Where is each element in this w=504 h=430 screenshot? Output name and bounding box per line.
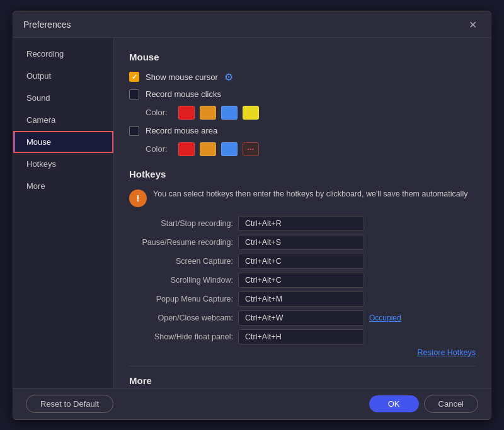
cancel-button[interactable]: Cancel	[424, 395, 478, 413]
occupied-label-5[interactable]: Occupied	[369, 314, 401, 322]
hotkey-label-2: Screen Capture:	[129, 257, 233, 266]
show-cursor-label: Show mouse cursor	[146, 72, 218, 82]
reset-to-default-button[interactable]: Reset to Default	[26, 395, 113, 413]
hotkey-input-5[interactable]: Ctrl+Alt+W	[238, 310, 364, 325]
color-swatch-orange-2[interactable]	[200, 142, 216, 156]
hotkey-row-0: Start/Stop recording:Ctrl+Alt+R	[129, 216, 476, 231]
color-swatch-yellow-1[interactable]	[243, 106, 259, 120]
hotkey-input-2[interactable]: Ctrl+Alt+C	[238, 254, 364, 269]
show-cursor-row: Show mouse cursor ⚙	[129, 71, 476, 83]
ok-button[interactable]: OK	[369, 395, 419, 412]
hotkey-label-0: Start/Stop recording:	[129, 219, 233, 228]
more-section-title: More	[129, 375, 476, 386]
record-area-label: Record mouse area	[146, 126, 217, 135]
restore-hotkeys-link[interactable]: Restore Hotkeys	[129, 348, 476, 357]
hotkey-row-5: Open/Close webcam:Ctrl+Alt+WOccupied	[129, 310, 476, 325]
hotkey-label-3: Scrolling Window:	[129, 276, 233, 285]
dialog-footer: Reset to Default OK Cancel	[13, 388, 491, 419]
gear-icon[interactable]: ⚙	[224, 71, 233, 83]
color-row-1: Color:	[129, 106, 476, 120]
sidebar-item-more[interactable]: More	[13, 175, 113, 197]
hotkey-label-6: Show/Hide float panel:	[129, 332, 233, 341]
color-swatch-red-1[interactable]	[178, 106, 195, 120]
dialog-header: Preferences ✕	[13, 11, 491, 38]
record-area-checkbox[interactable]	[129, 126, 139, 136]
hotkey-input-0[interactable]: Ctrl+Alt+R	[238, 216, 364, 231]
sidebar-item-camera[interactable]: Camera	[13, 109, 113, 131]
hotkey-row-3: Scrolling Window:Ctrl+Alt+C	[129, 273, 476, 288]
record-clicks-label: Record mouse clicks	[146, 89, 221, 99]
hotkey-input-1[interactable]: Ctrl+Alt+S	[238, 235, 364, 250]
hotkey-row-4: Popup Menu Capture:Ctrl+Alt+M	[129, 291, 476, 307]
hotkey-row-1: Pause/Resume recording:Ctrl+Alt+S	[129, 235, 476, 250]
color-row-2: Color: ···	[129, 142, 476, 156]
hotkey-label-4: Popup Menu Capture:	[129, 295, 233, 303]
hotkeys-section-title: Hotkeys	[129, 169, 476, 179]
sidebar-item-output[interactable]: Output	[13, 65, 113, 87]
dialog-body: RecordingOutputSoundCameraMouseHotkeysMo…	[13, 38, 491, 388]
more-section: More	[129, 366, 476, 386]
sidebar-item-recording[interactable]: Recording	[13, 43, 113, 65]
sidebar-item-hotkeys[interactable]: Hotkeys	[13, 153, 113, 175]
hotkey-rows-container: Start/Stop recording:Ctrl+Alt+RPause/Res…	[129, 216, 476, 344]
hotkey-input-4[interactable]: Ctrl+Alt+M	[238, 291, 364, 307]
hotkey-row-2: Screen Capture:Ctrl+Alt+C	[129, 254, 476, 269]
info-icon: !	[129, 190, 147, 207]
dialog-title: Preferences	[23, 20, 71, 30]
footer-right-buttons: OK Cancel	[369, 395, 478, 413]
main-content: Mouse Show mouse cursor ⚙ Record mouse c…	[114, 38, 491, 388]
color-swatch-blue-1[interactable]	[221, 106, 238, 120]
info-text: You can select hotkeys then enter the ho…	[153, 188, 467, 200]
mouse-section-title: Mouse	[129, 52, 476, 62]
sidebar: RecordingOutputSoundCameraMouseHotkeysMo…	[13, 38, 114, 388]
show-cursor-checkbox[interactable]	[129, 72, 139, 82]
record-area-row: Record mouse area	[129, 126, 476, 136]
color-swatch-red-2[interactable]	[178, 142, 195, 156]
info-box: ! You can select hotkeys then enter the …	[129, 188, 476, 207]
hotkey-input-3[interactable]: Ctrl+Alt+C	[238, 273, 364, 288]
preferences-dialog: Preferences ✕ RecordingOutputSoundCamera…	[13, 11, 491, 420]
color-label-2: Color:	[146, 144, 169, 154]
hotkey-input-6[interactable]: Ctrl+Alt+H	[238, 329, 364, 344]
color-swatch-orange-1[interactable]	[200, 106, 216, 120]
hotkey-row-6: Show/Hide float panel:Ctrl+Alt+H	[129, 329, 476, 344]
color-label-1: Color:	[146, 108, 169, 117]
record-clicks-checkbox[interactable]	[129, 89, 139, 99]
color-swatch-blue-2[interactable]	[221, 142, 238, 156]
hotkey-label-5: Open/Close webcam:	[129, 314, 233, 322]
hotkeys-section: Hotkeys ! You can select hotkeys then en…	[129, 169, 476, 357]
sidebar-item-mouse[interactable]: Mouse	[13, 131, 113, 153]
color-swatch-more[interactable]: ···	[243, 142, 259, 156]
close-button[interactable]: ✕	[465, 18, 481, 32]
sidebar-item-sound[interactable]: Sound	[13, 87, 113, 109]
mouse-section: Mouse Show mouse cursor ⚙ Record mouse c…	[129, 52, 476, 156]
record-clicks-row: Record mouse clicks	[129, 89, 476, 99]
hotkey-label-1: Pause/Resume recording:	[129, 238, 233, 247]
